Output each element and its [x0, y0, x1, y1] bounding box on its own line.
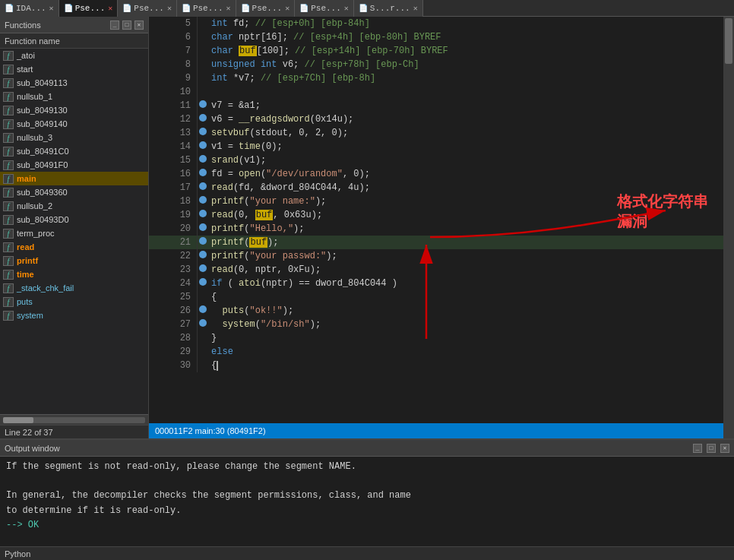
table-row[interactable]: 16fd = open("/dev/urandom", 0);: [149, 167, 723, 181]
tab-str[interactable]: 📄 S...r... ✕: [354, 0, 423, 17]
table-row[interactable]: 17read(fd, &dword_804C044, 4u);: [149, 181, 723, 195]
function-list-item[interactable]: fsub_8049113: [0, 76, 148, 90]
function-list-item[interactable]: fmain: [0, 172, 148, 185]
functions-list[interactable]: f_atoifstartfsub_8049113fnullsub_1fsub_8…: [0, 49, 148, 414]
table-row[interactable]: 27 system("/bin/sh");: [149, 318, 723, 331]
table-row[interactable]: 11v7 = &a1;: [149, 99, 723, 112]
minimize-button[interactable]: _: [110, 21, 119, 30]
code-scrollbar-v[interactable]: [723, 17, 734, 438]
breakpoint-dot[interactable]: [198, 222, 209, 236]
tab-pse1[interactable]: 📄 Pse... ✕: [59, 0, 119, 17]
table-row[interactable]: 12v6 = __readgsdword(0x14u);: [149, 112, 723, 126]
table-row[interactable]: 6char nptr[16]; // [esp+4h] [ebp-80h] BY…: [149, 30, 723, 44]
breakpoint-dot[interactable]: [198, 44, 209, 58]
table-row[interactable]: 19read(0, buf, 0x63u);: [149, 208, 723, 222]
breakpoint-dot[interactable]: [198, 153, 209, 167]
table-row[interactable]: 7char buf[100]; // [esp+14h] [ebp-70h] B…: [149, 44, 723, 58]
table-row[interactable]: 20printf("Hello,");: [149, 222, 723, 236]
function-list-item[interactable]: fnullsub_3: [0, 131, 148, 144]
table-row[interactable]: 9int *v7; // [esp+7Ch] [ebp-8h]: [149, 71, 723, 85]
table-row[interactable]: 21printf(buf);: [149, 236, 723, 249]
tab-ida-close[interactable]: ✕: [49, 4, 54, 13]
breakpoint-dot[interactable]: [198, 17, 209, 30]
breakpoint-dot[interactable]: [198, 359, 209, 372]
function-list-item[interactable]: fsub_8049130: [0, 103, 148, 117]
output-close-button[interactable]: ✕: [720, 444, 729, 453]
function-list-item[interactable]: fprintf: [0, 254, 148, 267]
function-list-item[interactable]: fsub_8049140: [0, 117, 148, 131]
breakpoint-dot[interactable]: [198, 99, 209, 112]
breakpoint-dot[interactable]: [198, 58, 209, 71]
function-list-item[interactable]: fsub_8049360: [0, 185, 148, 199]
function-list-item[interactable]: f_stack_chk_fail: [0, 281, 148, 295]
breakpoint-dot[interactable]: [198, 195, 209, 208]
table-row[interactable]: 23read(0, nptr, 0xFu);: [149, 263, 723, 277]
tab-str-close[interactable]: ✕: [413, 4, 418, 13]
table-row[interactable]: 29else: [149, 345, 723, 359]
breakpoint-dot[interactable]: [198, 167, 209, 181]
table-row[interactable]: 10: [149, 85, 723, 99]
function-list-item[interactable]: fnullsub_1: [0, 90, 148, 103]
breakpoint-dot[interactable]: [198, 181, 209, 195]
table-row[interactable]: 25{: [149, 290, 723, 304]
output-minimize-button[interactable]: _: [693, 444, 702, 453]
breakpoint-dot[interactable]: [198, 30, 209, 44]
function-list-item[interactable]: fsystem: [0, 308, 148, 322]
function-list-item[interactable]: ftime: [0, 267, 148, 281]
table-row[interactable]: 30{: [149, 359, 723, 372]
function-list-item[interactable]: fsub_80491F0: [0, 158, 148, 172]
table-row[interactable]: 5int fd; // [esp+0h] [ebp-84h]: [149, 17, 723, 30]
breakpoint-dot[interactable]: [198, 112, 209, 126]
tab-pse5-close[interactable]: ✕: [344, 4, 349, 13]
scrollbar-track[interactable]: [3, 417, 145, 423]
breakpoint-dot[interactable]: [198, 331, 209, 345]
table-row[interactable]: 15srand(v1);: [149, 153, 723, 167]
function-list-item[interactable]: fnullsub_2: [0, 199, 148, 213]
breakpoint-dot[interactable]: [198, 140, 209, 153]
table-row[interactable]: 22printf("your passwd:");: [149, 249, 723, 263]
tab-pse3[interactable]: 📄 Pse... ✕: [177, 0, 236, 17]
close-panel-button[interactable]: ✕: [134, 21, 144, 30]
table-row[interactable]: 18printf("your name:");: [149, 195, 723, 208]
tab-pse5[interactable]: 📄 Pse... ✕: [295, 0, 354, 17]
breakpoint-dot[interactable]: [198, 277, 209, 290]
table-row[interactable]: 28}: [149, 331, 723, 345]
tab-pse1-close[interactable]: ✕: [108, 4, 112, 13]
tab-pse2[interactable]: 📄 Pse... ✕: [118, 0, 177, 17]
function-list-item[interactable]: fterm_proc: [0, 226, 148, 240]
maximize-button[interactable]: □: [122, 21, 131, 30]
breakpoint-dot[interactable]: [198, 345, 209, 359]
table-row[interactable]: 24if ( atoi(nptr) == dword_804C044 ): [149, 277, 723, 290]
breakpoint-dot[interactable]: [198, 71, 209, 85]
breakpoint-dot[interactable]: [198, 318, 209, 331]
table-row[interactable]: 8unsigned int v6; // [esp+78h] [ebp-Ch]: [149, 58, 723, 71]
tab-pse3-close[interactable]: ✕: [226, 4, 231, 13]
breakpoint-dot[interactable]: [198, 126, 209, 140]
breakpoint-dot[interactable]: [198, 290, 209, 304]
tab-pse2-close[interactable]: ✕: [167, 4, 172, 13]
function-list-item[interactable]: f_atoi: [0, 49, 148, 62]
function-list-item[interactable]: fstart: [0, 62, 148, 76]
breakpoint-dot[interactable]: [198, 236, 209, 249]
tab-ida[interactable]: 📄 IDA... ✕: [0, 0, 59, 17]
scrollbar-v-thumb[interactable]: [725, 18, 732, 64]
code-content[interactable]: 5int fd; // [esp+0h] [ebp-84h]6char nptr…: [149, 17, 723, 423]
output-tab-python[interactable]: Python: [5, 549, 30, 558]
table-row[interactable]: 13setvbuf(stdout, 0, 2, 0);: [149, 126, 723, 140]
scrollbar-thumb[interactable]: [3, 417, 33, 423]
table-row[interactable]: 14v1 = time(0);: [149, 140, 723, 153]
breakpoint-dot[interactable]: [198, 263, 209, 277]
tab-pse4-close[interactable]: ✕: [285, 4, 289, 13]
function-list-item[interactable]: fputs: [0, 295, 148, 308]
function-list-item[interactable]: fread: [0, 240, 148, 254]
function-list-item[interactable]: fsub_80493D0: [0, 213, 148, 226]
breakpoint-dot[interactable]: [198, 85, 209, 99]
horizontal-scrollbar[interactable]: [0, 414, 148, 425]
tab-pse4[interactable]: 📄 Pse... ✕: [236, 0, 296, 17]
breakpoint-dot[interactable]: [198, 208, 209, 222]
table-row[interactable]: 26 puts("ok!!");: [149, 304, 723, 318]
breakpoint-dot[interactable]: [198, 304, 209, 318]
function-list-item[interactable]: fsub_80491C0: [0, 144, 148, 158]
breakpoint-dot[interactable]: [198, 249, 209, 263]
output-restore-button[interactable]: □: [707, 444, 716, 453]
